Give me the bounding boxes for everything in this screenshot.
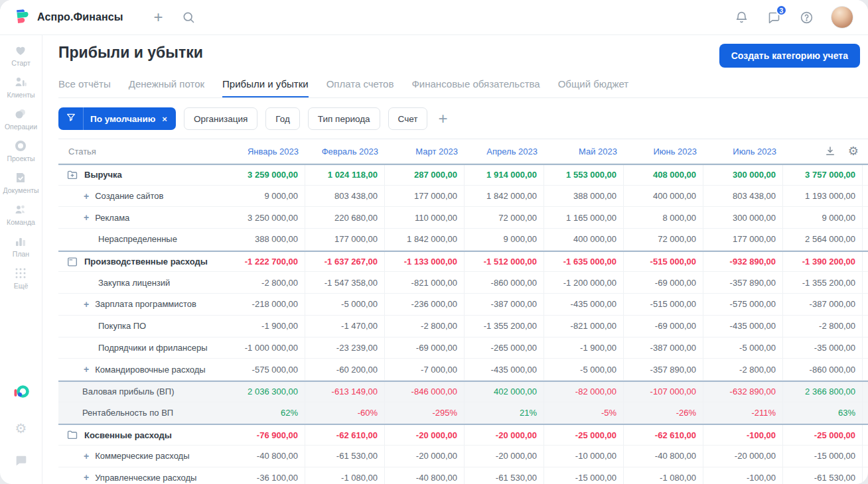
table-cell: -1 000 000,00 xyxy=(226,337,305,359)
sidebar-item-операции[interactable]: Операции xyxy=(3,107,38,131)
row-label-cell: Подрядчики и фрилансеры xyxy=(58,337,226,359)
folder-icon[interactable] xyxy=(66,429,78,441)
create-plus-icon[interactable]: + xyxy=(153,9,163,25)
filter-chip[interactable]: Год xyxy=(265,107,300,130)
table-row: Рентабельность по ВП62%-60%-295%21%-5%-2… xyxy=(58,402,868,424)
table-cell: -20 000,00 xyxy=(465,425,544,445)
add-filter-icon[interactable]: + xyxy=(438,111,447,127)
row-label-cell: +Командировочные расходы xyxy=(58,359,226,380)
table-cell: -100,00 xyxy=(703,467,783,484)
column-header-month[interactable]: Апрель 2023 xyxy=(465,147,544,156)
table-row: +Управленческие расходы-36 100,00-1 080,… xyxy=(58,467,868,484)
sidebar-item-label: Операции xyxy=(5,123,37,131)
more-grid-icon xyxy=(14,267,27,280)
expand-plus-icon[interactable]: + xyxy=(84,192,89,201)
table-cell: 1 842 000,00 xyxy=(465,186,544,207)
sidebar-item-план[interactable]: План xyxy=(3,235,38,258)
sidebar: СтартКлиентыОперацииПроектыДокументыКома… xyxy=(0,35,42,484)
help-icon[interactable] xyxy=(798,9,814,25)
remove-filter-icon[interactable]: × xyxy=(162,114,167,124)
start-icon xyxy=(14,44,27,57)
column-header-month[interactable]: Май 2023 xyxy=(544,147,624,156)
table-cell: -82 000,00 xyxy=(544,382,624,402)
tab[interactable]: Прибыли и убытки xyxy=(222,76,309,97)
download-icon[interactable] xyxy=(824,145,836,157)
column-header-month[interactable]: Февраль 2023 xyxy=(305,147,385,156)
column-header-month[interactable]: Январь 2023 xyxy=(226,147,305,156)
column-header-month[interactable]: Июль 2023 xyxy=(703,147,783,156)
table-cell: -20 000,00 xyxy=(385,446,465,467)
table-cell: -821 000,00 xyxy=(385,272,465,293)
sidebar-item-ещё[interactable]: Ещё xyxy=(3,267,38,290)
filter-chip[interactable]: Счет xyxy=(388,107,428,130)
filter-chip[interactable]: Тип периода xyxy=(308,107,380,130)
row-label-cell: Нераспределенные xyxy=(58,229,226,250)
table-cell: -62 610,00 xyxy=(305,425,385,445)
tab[interactable]: Общий бюджет xyxy=(558,76,629,97)
sidebar-item-проекты[interactable]: Проекты xyxy=(3,139,38,162)
table-cell: -846 000,00 xyxy=(385,382,465,402)
default-filter-chip[interactable]: По умолчанию × xyxy=(58,107,176,130)
table-row: Производственные расходы-1 222 700,00-1 … xyxy=(58,251,868,272)
search-icon[interactable] xyxy=(181,9,196,25)
row-label: Командировочные расходы xyxy=(95,365,206,375)
sidebar-item-старт[interactable]: Старт xyxy=(3,44,38,67)
sidebar-item-label: Документы xyxy=(3,186,38,194)
row-label: Зарплата программистов xyxy=(95,299,196,309)
tab[interactable]: Оплата счетов xyxy=(326,76,394,97)
panel-minus-icon[interactable] xyxy=(66,256,78,268)
tab[interactable]: Финансовые обязательства xyxy=(411,76,540,97)
table-cell: -218 000,00 xyxy=(226,294,305,315)
row-label: Выручка xyxy=(84,170,122,180)
row-label-cell: +Коммерческие расходы xyxy=(58,446,226,467)
expand-plus-icon[interactable]: + xyxy=(84,365,89,374)
table-row: Нераспределенные388 000,00177 000,001 84… xyxy=(58,229,868,251)
chat-icon[interactable]: 3 xyxy=(766,9,782,25)
create-category-button[interactable]: Создать категорию учета xyxy=(719,44,860,68)
tab[interactable]: Денежный поток xyxy=(129,76,204,97)
expand-plus-icon[interactable]: + xyxy=(84,300,89,309)
table-cell: -632 890,00 xyxy=(703,382,783,402)
table-cell: -20 000,00 xyxy=(465,446,544,467)
table-cell: -1 900,00 xyxy=(544,337,624,359)
table-cell: -860 000,00 xyxy=(465,272,544,293)
column-header-month[interactable]: Июнь 2023 xyxy=(624,147,703,156)
folder-plus-icon[interactable] xyxy=(66,169,78,181)
table-cell: -1 900,00 xyxy=(226,316,305,337)
table-cell: -932 890,00 xyxy=(703,252,783,272)
table-cell: -435 000,00 xyxy=(465,359,544,380)
table-cell: -387 000,00 xyxy=(465,294,544,315)
expand-plus-icon[interactable]: + xyxy=(84,452,89,461)
table-cell: -25 000,00 xyxy=(544,425,624,445)
table-cell: 388 000,00 xyxy=(544,186,624,207)
table-cell: -1 133 000,00 xyxy=(385,252,465,272)
table-cell: -435 000,00 xyxy=(703,316,783,337)
table-cell: -20 000,00 xyxy=(703,446,783,467)
sidebar-item-документы[interactable]: Документы xyxy=(3,171,38,194)
table-cell: 300 000,00 xyxy=(703,165,783,185)
sidebar-item-команда[interactable]: Команда xyxy=(3,203,38,226)
feedback-chat-icon[interactable] xyxy=(14,454,29,471)
table-cell: -23 239,00 xyxy=(305,337,385,359)
row-label: Коммерческие расходы xyxy=(95,451,189,461)
column-header-month[interactable]: Март 2023 xyxy=(385,147,465,156)
settings-gear-icon[interactable]: ⚙ xyxy=(15,422,27,435)
expand-plus-icon[interactable]: + xyxy=(84,473,89,482)
brand[interactable]: Аспро.Финансы xyxy=(13,7,123,28)
table-cell: -860 000,00 xyxy=(783,359,863,380)
table-cell: -2 800,00 xyxy=(703,359,783,380)
row-label-cell: +Создание сайтов xyxy=(58,186,226,207)
table-cell: -1 222 700,00 xyxy=(226,252,305,272)
table-cell: -40 800,00 xyxy=(624,446,703,467)
filter-chip[interactable]: Организация xyxy=(184,107,257,130)
bell-icon[interactable] xyxy=(733,9,749,25)
sidebar-item-клиенты[interactable]: Клиенты xyxy=(3,76,38,99)
table-settings-gear-icon[interactable]: ⚙ xyxy=(848,145,859,157)
tab[interactable]: Все отчёты xyxy=(58,76,111,97)
expand-plus-icon[interactable]: + xyxy=(84,213,89,222)
table-row: Закупка лицензий-2 800,00-1 547 358,00-8… xyxy=(58,272,868,294)
table-cell: 1 914 000,00 xyxy=(465,165,544,185)
table-cell: 1 553 000,00 xyxy=(544,165,624,185)
user-avatar[interactable] xyxy=(831,6,853,29)
aspro-mini-logo[interactable] xyxy=(13,383,30,403)
